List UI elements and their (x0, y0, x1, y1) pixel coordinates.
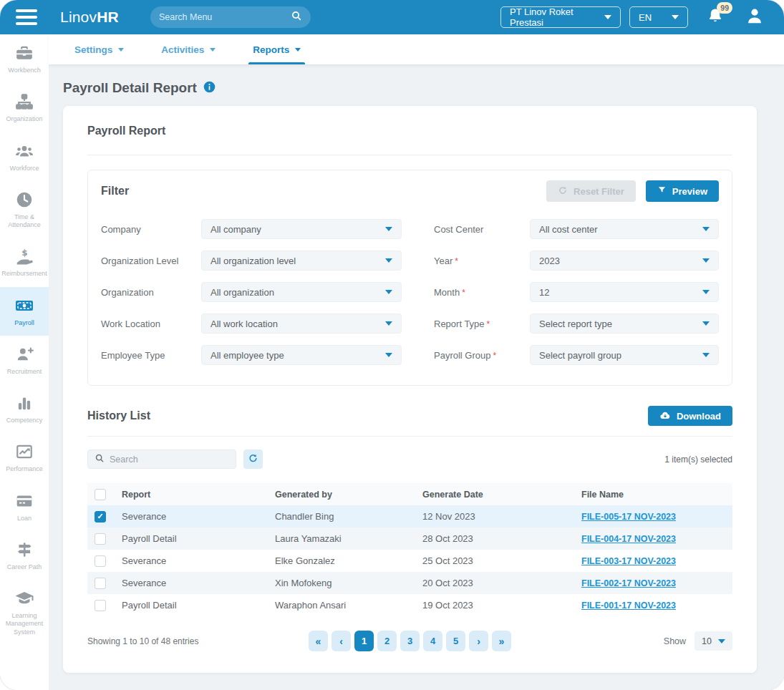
payroll-group-select[interactable]: Select payroll group (530, 345, 719, 365)
app-window: LinovHR PT Linov Roket Prestasi EN 99 (0, 0, 784, 690)
refresh-button[interactable] (243, 450, 263, 469)
field-label: Organization (101, 287, 154, 298)
sidebar-item-workbench[interactable]: Workbench (0, 34, 49, 83)
card-title: Payroll Report (87, 125, 732, 137)
table-row[interactable]: ✓ Severance Chandler Bing 12 Nov 2023 FI… (87, 505, 732, 528)
first-page-button[interactable]: « (309, 631, 328, 651)
chevron-down-icon (385, 227, 392, 231)
sidebar-item-career-path[interactable]: Career Path (0, 531, 49, 580)
select-value: All company (210, 224, 261, 235)
sidebar-item-loan[interactable]: Loan (0, 482, 49, 531)
page-button-4[interactable]: 4 (423, 631, 442, 651)
field-label: Cost Center (434, 224, 483, 235)
search-icon (291, 10, 302, 24)
content-area: Payroll Detail Report Payroll Report Fil… (49, 64, 784, 690)
user-avatar[interactable] (745, 6, 764, 28)
sidebar-item-lms[interactable]: Learning Management System (0, 580, 49, 645)
language-selector-value: EN (639, 12, 652, 23)
filter-field-payroll-group: Payroll Group* Select payroll group (434, 345, 719, 365)
tab-reports[interactable]: Reports (237, 34, 316, 64)
page-button-1[interactable]: 1 (354, 631, 374, 651)
organization-select[interactable]: All organization (201, 282, 402, 302)
cell-generated-by: Waraphon Ansari (272, 594, 420, 616)
filter-title: Filter (101, 185, 129, 198)
filter-field-work-location: Work Location All work location (101, 314, 402, 334)
cell-report: Payroll Detail (119, 528, 272, 550)
field-label: Company (101, 224, 141, 235)
divider (87, 436, 732, 437)
row-checkbox[interactable] (95, 600, 106, 611)
sidebar-item-reimbursement[interactable]: $ Reimbursement (0, 238, 49, 286)
credit-card-icon (15, 492, 34, 510)
select-value: 12 (539, 287, 549, 298)
person-plus-icon (15, 345, 34, 364)
chevron-down-icon (702, 227, 710, 231)
briefcase-icon (15, 44, 34, 62)
year-select[interactable]: 2023 (530, 251, 719, 271)
history-search-box[interactable] (87, 450, 236, 469)
page-button-3[interactable]: 3 (400, 631, 420, 651)
employee-type-select[interactable]: All employee type (201, 345, 402, 365)
last-page-button[interactable]: » (492, 631, 511, 651)
entries-summary: Showing 1 to 10 of 48 entries (87, 636, 274, 646)
page-button-2[interactable]: 2 (377, 631, 397, 651)
menu-search-box[interactable] (150, 6, 311, 28)
notifications-button[interactable]: 99 (707, 7, 724, 27)
line-chart-icon (15, 442, 34, 461)
app-logo: LinovHR (60, 9, 119, 26)
sidebar-item-label: Recruitment (7, 368, 42, 376)
sidebar-item-organization[interactable]: Organization (0, 83, 49, 132)
selected-count: 1 item(s) selected (664, 455, 732, 465)
sidebar-item-payroll[interactable]: Payroll (0, 287, 49, 336)
file-link[interactable]: FILE-002-17 NOV-2023 (581, 578, 676, 588)
row-checkbox[interactable] (95, 533, 106, 545)
sidebar-item-performance[interactable]: Performance (0, 433, 49, 482)
table-row[interactable]: Severance Elke Gonzalez 25 Oct 2023 FILE… (87, 550, 732, 572)
history-search-input[interactable] (110, 455, 229, 465)
file-link[interactable]: FILE-004-17 NOV-2023 (581, 534, 676, 544)
show-label: Show (664, 636, 686, 646)
signpost-icon (15, 540, 34, 559)
sidebar-item-label: Organization (6, 115, 42, 123)
file-link[interactable]: FILE-001-17 NOV-2023 (581, 601, 676, 611)
prev-page-button[interactable]: ‹ (331, 631, 351, 651)
tab-activities[interactable]: Activities (145, 34, 231, 64)
page-size-select[interactable]: 10 (695, 631, 732, 651)
row-checkbox[interactable] (95, 555, 106, 567)
column-header-report: Report (119, 483, 272, 505)
file-link[interactable]: FILE-003-17 NOV-2023 (581, 556, 676, 566)
table-row[interactable]: Severance Xin Mofokeng 20 Oct 2023 FILE-… (87, 572, 732, 594)
month-select[interactable]: 12 (530, 282, 719, 302)
next-page-button[interactable]: › (469, 631, 488, 651)
organization-level-select[interactable]: All organization level (201, 251, 402, 271)
company-selector[interactable]: PT Linov Roket Prestasi (500, 6, 621, 28)
preview-button[interactable]: Preview (646, 180, 719, 202)
sidebar-item-label: Payroll (14, 319, 34, 327)
company-select[interactable]: All company (201, 219, 402, 239)
sidebar-item-label: Loan (17, 515, 32, 523)
tab-settings[interactable]: Settings (59, 34, 140, 64)
hamburger-menu-icon[interactable] (16, 9, 37, 25)
reset-filter-button[interactable]: Reset Filter (546, 180, 636, 202)
file-link[interactable]: FILE-005-17 NOV-2023 (581, 512, 676, 522)
cost-center-select[interactable]: All cost center (530, 219, 719, 239)
table-row[interactable]: Payroll Detail Laura Yamazaki 28 Oct 202… (87, 528, 732, 550)
report-type-select[interactable]: Select report type (530, 314, 719, 334)
table-row[interactable]: Payroll Detail Waraphon Ansari 19 Oct 20… (87, 594, 732, 616)
menu-search-input[interactable] (159, 12, 291, 22)
select-all-checkbox[interactable] (95, 489, 106, 500)
row-checkbox[interactable] (95, 578, 106, 589)
sidebar-item-workforce[interactable]: Workforce (0, 132, 49, 181)
download-button[interactable]: Download (648, 406, 732, 426)
cell-report: Severance (119, 550, 272, 572)
sidebar-item-competency[interactable]: Competency (0, 384, 49, 433)
notification-count-badge: 99 (717, 2, 732, 14)
work-location-select[interactable]: All work location (201, 314, 402, 334)
sidebar-item-time-attendance[interactable]: Time & Attendance (0, 181, 49, 238)
page-button-5[interactable]: 5 (446, 631, 465, 651)
language-selector[interactable]: EN (629, 6, 688, 28)
sidebar-item-recruitment[interactable]: Recruitment (0, 336, 49, 384)
row-checkbox[interactable]: ✓ (95, 511, 106, 523)
info-icon[interactable] (203, 81, 216, 96)
divider (87, 155, 732, 155)
